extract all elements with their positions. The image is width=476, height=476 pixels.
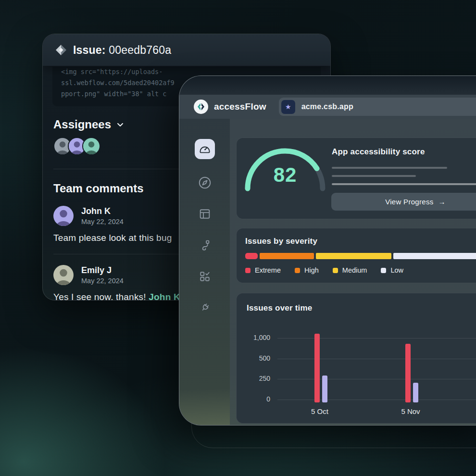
star-icon: ★ (281, 100, 295, 114)
gridline (277, 359, 476, 359)
y-tick-label: 0 (237, 395, 270, 403)
url-bar[interactable]: ★ acme.csb.app (279, 98, 476, 116)
comment-date: May 22, 2024 (81, 277, 124, 285)
legend-swatch (295, 268, 300, 273)
legend-item-low: Low (381, 266, 403, 274)
legend-swatch (245, 268, 251, 273)
legend-item-extreme: Extreme (245, 266, 281, 274)
chevron-down-icon[interactable] (117, 123, 124, 127)
brand-name: accessFlow (214, 101, 266, 112)
legend-label: Extreme (255, 266, 281, 274)
speedometer-icon (199, 143, 211, 155)
sidebar-item-integrations[interactable] (197, 300, 213, 315)
severity-segment-extreme (245, 253, 258, 259)
comment-author: John K (81, 206, 124, 216)
layout-icon (198, 207, 212, 221)
severity-legend: ExtremeHighMediumLow (245, 266, 476, 274)
sidebar (179, 119, 230, 425)
y-tick-label: 500 (237, 354, 270, 362)
legend-label: High (304, 266, 319, 274)
bar-purple-5-oct (322, 376, 327, 402)
sidebar-item-explore[interactable] (197, 175, 213, 190)
score-card: 82 App accessibility score View Progress… (236, 138, 476, 219)
score-value: 82 (261, 163, 309, 187)
severity-bar (245, 253, 476, 259)
issue-diamond-icon (54, 43, 68, 57)
skeleton-line (332, 183, 476, 185)
severity-card: Issues by severity ExtremeHighMediumLow (236, 228, 476, 283)
gridline (277, 400, 476, 400)
legend-item-medium: Medium (333, 266, 367, 274)
comment-author: Emily J (81, 265, 124, 276)
sidebar-item-user-flow[interactable] (197, 238, 213, 253)
skeleton-line (332, 167, 447, 169)
sidebar-item-dashboard[interactable] (195, 139, 215, 159)
severity-segment-low (393, 253, 476, 259)
flow-route-icon (198, 238, 212, 252)
view-progress-button[interactable]: View Progress→ (331, 193, 476, 211)
sidebar-item-tasks[interactable] (197, 269, 213, 284)
bar-red-5-nov (405, 344, 411, 402)
issue-title: Issue: 00eedb760a (73, 44, 171, 57)
severity-card-title: Issues by severity (245, 237, 476, 246)
x-tick-label: 5 Oct (298, 407, 341, 415)
y-tick-label: 250 (237, 375, 270, 382)
y-tick-label: 1,000 (237, 334, 270, 341)
skeleton-line (332, 175, 416, 177)
mention-link[interactable]: John K (149, 292, 180, 301)
assignees-heading: Assignees (53, 118, 111, 131)
legend-label: Medium (342, 266, 367, 274)
severity-segment-medium (316, 253, 391, 259)
gridline (277, 379, 476, 379)
comment-date: May 22, 2024 (81, 218, 124, 225)
plug-icon (199, 301, 211, 314)
issue-panel-header: Issue: 00eedb760a (43, 34, 330, 66)
score-card-title: App accessibility score (332, 147, 476, 157)
bar-red-5-oct (314, 334, 320, 402)
arrow-right-icon: → (438, 198, 446, 206)
x-tick-label: 5 Nov (389, 407, 432, 415)
window-top-strip (179, 76, 476, 95)
bar-purple-5-nov (413, 383, 418, 402)
legend-item-high: High (295, 266, 319, 274)
legend-label: Low (390, 266, 403, 274)
url-text: acme.csb.app (301, 102, 353, 111)
severity-segment-high (260, 253, 314, 259)
score-gauge: 82 (244, 144, 326, 192)
gridline (277, 338, 476, 338)
legend-swatch (333, 268, 338, 273)
app-header: accessFlow ★ acme.csb.app (179, 95, 476, 119)
dashboard-main: 82 App accessibility score View Progress… (230, 119, 476, 425)
accessflow-window: accessFlow ★ acme.csb.app (179, 75, 476, 426)
legend-swatch (381, 268, 386, 273)
compass-icon (198, 175, 212, 190)
comment-avatar-emily (53, 265, 74, 285)
time-card-title: Issues over time (247, 303, 312, 313)
issues-over-time-card: Issues over time 02505001,0005 Oct5 Nov (236, 293, 476, 424)
tasks-check-icon (198, 270, 212, 283)
accessflow-logo-icon (194, 100, 208, 114)
sidebar-item-pages[interactable] (197, 206, 213, 222)
comment-avatar-john (53, 206, 74, 226)
assignee-avatar-3[interactable] (82, 137, 100, 155)
